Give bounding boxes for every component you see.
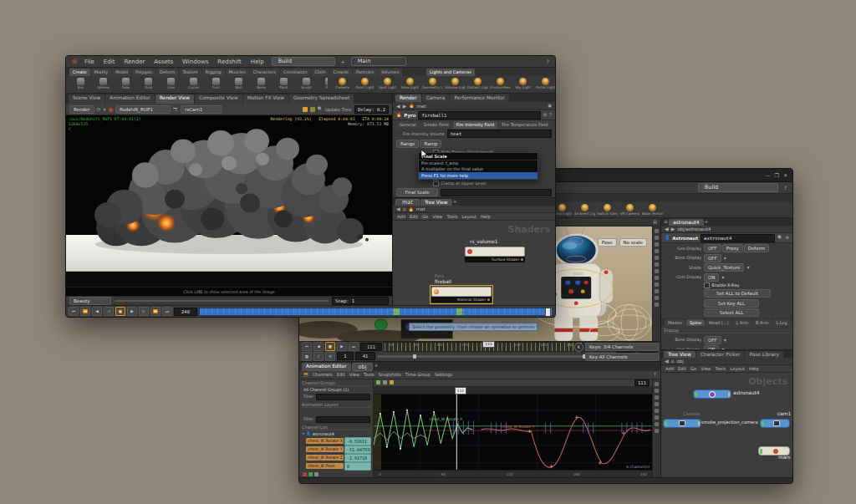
group-filter-input[interactable]	[316, 394, 370, 400]
light-shelf-tool-5[interactable]: Volume Light	[445, 77, 466, 92]
anim-menu-item-6[interactable]: Settings	[435, 372, 452, 377]
add-pane-tab-icon[interactable]: +	[705, 219, 709, 226]
set-all-default-button[interactable]: Set ALL to Default	[704, 289, 771, 298]
snap-field[interactable]: Snap: 1	[332, 297, 389, 305]
graph-ruler[interactable]: 111	[374, 387, 652, 395]
stop-button[interactable]: ■	[115, 307, 125, 316]
anim-editor-toolbar[interactable]	[652, 379, 660, 477]
toggle-b-icon[interactable]	[310, 107, 315, 112]
shelf-tab-0[interactable]: Create	[69, 69, 90, 76]
rig-tab-1[interactable]: Spine	[686, 319, 705, 326]
viewport-options-icon[interactable]: ▤	[653, 220, 657, 224]
audio-icon[interactable]: ♪	[313, 352, 324, 361]
channel-row[interactable]: chest_IK Rotate Z -1.91719	[299, 454, 373, 462]
refresh-icon[interactable]: ⟳	[97, 107, 101, 112]
light-shelf-tool-8[interactable]: Sky Light	[512, 77, 533, 92]
shelf-tool-5[interactable]: Curve	[183, 77, 204, 92]
shelf-tab-7[interactable]: Muscles	[226, 69, 249, 76]
anim-menu-item-0[interactable]: Channels	[313, 372, 333, 377]
rs-volume1-node[interactable]: Surface Shader	[465, 247, 525, 262]
keys-channels-button[interactable]: Keys: 3/4 Channels	[585, 343, 659, 351]
channel-root[interactable]: astronaut4	[313, 431, 334, 437]
desktop-selector[interactable]: Build	[698, 183, 778, 192]
shelf-tool-11[interactable]: Edit	[318, 77, 328, 92]
astronaut-node[interactable]	[693, 389, 731, 399]
rig-tab-0[interactable]: Master	[665, 319, 685, 326]
channel-row[interactable]: chest_IK Rotate X -8.52611	[299, 437, 373, 445]
graph-frame-field[interactable]: 111	[634, 379, 650, 386]
pyro-param-tab-1[interactable]: Smoke Field	[420, 121, 452, 129]
anim-menu-item-2[interactable]: View	[349, 372, 359, 377]
pyro-param-tab-3[interactable]: Fire Temperature Field	[498, 121, 551, 129]
lights-shelf-tab[interactable]: Lights and Cameras	[426, 69, 475, 76]
shelf-tool-12[interactable]: Ambient Light	[574, 203, 595, 216]
pose-button[interactable]: Pose	[598, 238, 617, 247]
help-icon[interactable]: ?	[784, 186, 787, 191]
pause-icon[interactable]: ⏸	[104, 107, 106, 112]
update-time-label[interactable]: Update Time	[325, 107, 352, 112]
anim-path-pill[interactable]: obj	[352, 363, 374, 371]
rig-tab-5[interactable]: L Leg	[772, 319, 790, 326]
shaders-canvas[interactable]: Shaders rs_volume1 Surface Shader Pyro f…	[393, 221, 555, 305]
pane-tab-3[interactable]: Composite View	[195, 94, 242, 104]
shaders-path[interactable]: mat	[416, 206, 425, 211]
pane-tab-0[interactable]: Scene View	[69, 94, 104, 104]
geo-display-option-2[interactable]: Deform	[744, 244, 769, 252]
network-pane-tab-2[interactable]: Pose Library	[745, 351, 783, 358]
bone-display-select[interactable]: OFF	[704, 254, 721, 262]
smoke-projection-camera-node[interactable]	[663, 419, 701, 428]
fireball-node[interactable]: Material Shader	[431, 287, 492, 303]
light-shelf-tool-1[interactable]: Point Light	[354, 77, 375, 92]
add-desktop-icon[interactable]: +	[341, 59, 345, 64]
shelf-tool-3[interactable]: Grid	[138, 77, 159, 92]
close-icon[interactable]: ✕	[783, 173, 787, 178]
rop-selector[interactable]: Redshift_ROP1	[115, 105, 171, 114]
desktop-tab-main[interactable]: Main	[351, 57, 406, 66]
menu-item-6[interactable]: Help	[249, 59, 266, 65]
layer-filter-input[interactable]	[316, 416, 370, 423]
forward-icon[interactable]: ▶	[671, 227, 675, 232]
home-icon[interactable]: ⌂	[671, 359, 675, 364]
cam1-node[interactable]	[760, 419, 790, 428]
shelf-tab-11[interactable]: Crowds	[330, 69, 352, 76]
prev-frame-button[interactable]: ◀	[92, 307, 102, 316]
xray-checkbox[interactable]: Enable X-Ray	[704, 283, 740, 288]
shaders-menu-item-0[interactable]: Add	[397, 214, 405, 219]
anim-menu-item-1[interactable]: Edit	[337, 372, 345, 377]
channel-row[interactable]: chest_IK Pose 0	[299, 462, 373, 471]
playbar-options-icon[interactable]: ▦	[302, 352, 312, 361]
shelf-tool-9[interactable]: Paint	[273, 77, 294, 92]
right-pane-tab-0[interactable]: Render	[395, 94, 421, 102]
graph-box-icon[interactable]	[383, 380, 387, 384]
shaders-menu-item-3[interactable]: View	[432, 214, 442, 219]
solo-channel-icon[interactable]	[308, 472, 313, 476]
shelf-tab-3[interactable]: Polygon	[132, 69, 155, 76]
help-icon[interactable]: ?	[549, 113, 552, 117]
pyro-name-field[interactable]: fireball1	[418, 111, 540, 120]
shelf-tab-2[interactable]: Model	[112, 69, 131, 76]
viewport-toolbar[interactable]	[652, 227, 660, 344]
anim-help-icon[interactable]: ?	[654, 372, 656, 377]
add-tab-icon[interactable]: +	[453, 199, 457, 206]
pane-menu-icon[interactable]: ≡	[664, 219, 668, 226]
rig-tab-6[interactable]: R Leg	[792, 319, 792, 326]
chevron-down-icon[interactable]: ▾	[724, 338, 726, 343]
light-shelf-tool-6[interactable]: Distant Light	[467, 77, 488, 92]
shaders-menu-item-5[interactable]: Layout	[461, 214, 476, 219]
back-icon[interactable]: ◀	[396, 206, 400, 211]
mute-channel-icon[interactable]	[303, 472, 307, 476]
next-frame-button[interactable]: ▷	[139, 307, 149, 316]
back-icon[interactable]: ◀	[665, 227, 669, 232]
help-icon[interactable]: ?	[547, 59, 549, 64]
light-shelf-tool-4[interactable]: Geometry Light	[422, 77, 443, 92]
playhead[interactable]	[545, 308, 551, 317]
lock-channel-icon[interactable]	[314, 472, 318, 476]
maximize-icon[interactable]: ❐	[775, 173, 779, 178]
minimize-icon[interactable]: —	[766, 173, 771, 178]
shelf-tab-8[interactable]: Characters	[250, 69, 279, 76]
shaders-menu-item-2[interactable]: Go	[422, 214, 428, 219]
graph-playhead-marker[interactable]: 111	[455, 387, 467, 395]
right-pane-tab-1[interactable]: Camera	[422, 94, 450, 102]
shelf-tab-1[interactable]: Modify	[91, 69, 112, 76]
pyro-checkbox-5[interactable]: Clamp at Upper Level	[433, 181, 552, 187]
